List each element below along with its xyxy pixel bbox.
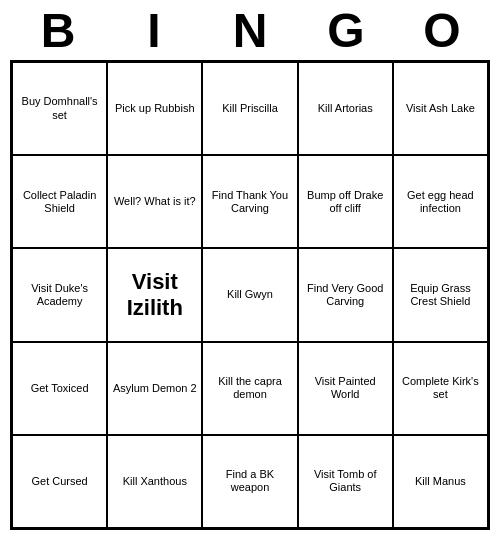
bingo-cell-13: Find Very Good Carving	[298, 248, 393, 341]
bingo-cell-18: Visit Painted World	[298, 342, 393, 435]
letter-n: N	[206, 3, 294, 58]
bingo-cell-4: Visit Ash Lake	[393, 62, 488, 155]
bingo-cell-11: Visit Izilith	[107, 248, 202, 341]
bingo-cell-5: Collect Paladin Shield	[12, 155, 107, 248]
bingo-cell-19: Complete Kirk's set	[393, 342, 488, 435]
bingo-cell-16: Asylum Demon 2	[107, 342, 202, 435]
bingo-cell-8: Bump off Drake off cliff	[298, 155, 393, 248]
letter-g: G	[302, 3, 390, 58]
bingo-cell-10: Visit Duke's Academy	[12, 248, 107, 341]
bingo-grid: Buy Domhnall's setPick up RubbishKill Pr…	[10, 60, 490, 530]
letter-o: O	[398, 3, 486, 58]
letter-b: B	[14, 3, 102, 58]
bingo-cell-15: Get Toxiced	[12, 342, 107, 435]
bingo-cell-0: Buy Domhnall's set	[12, 62, 107, 155]
bingo-cell-22: Find a BK weapon	[202, 435, 297, 528]
bingo-cell-12: Kill Gwyn	[202, 248, 297, 341]
bingo-cell-14: Equip Grass Crest Shield	[393, 248, 488, 341]
bingo-cell-2: Kill Priscilla	[202, 62, 297, 155]
bingo-cell-9: Get egg head infection	[393, 155, 488, 248]
bingo-cell-23: Visit Tomb of Giants	[298, 435, 393, 528]
bingo-cell-24: Kill Manus	[393, 435, 488, 528]
bingo-cell-17: Kill the capra demon	[202, 342, 297, 435]
bingo-header: B I N G O	[10, 0, 490, 60]
bingo-cell-3: Kill Artorias	[298, 62, 393, 155]
letter-i: I	[110, 3, 198, 58]
bingo-cell-21: Kill Xanthous	[107, 435, 202, 528]
bingo-cell-6: Well? What is it?	[107, 155, 202, 248]
bingo-cell-1: Pick up Rubbish	[107, 62, 202, 155]
bingo-cell-7: Find Thank You Carving	[202, 155, 297, 248]
bingo-cell-20: Get Cursed	[12, 435, 107, 528]
